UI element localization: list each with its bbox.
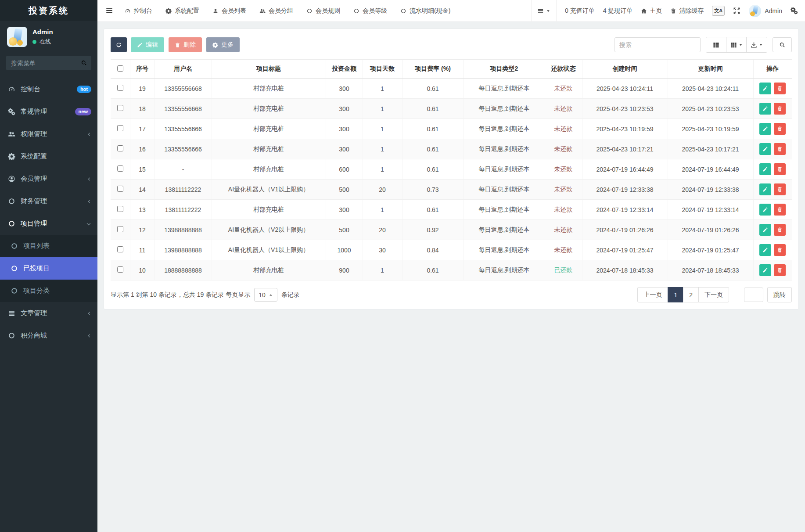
sidebar-item-article-management[interactable]: 文章管理 (0, 302, 97, 324)
row-checkbox[interactable] (117, 246, 123, 252)
sidebar-item-invested-projects[interactable]: 已投项目 (0, 257, 97, 280)
row-checkbox[interactable] (117, 105, 123, 111)
search-button[interactable] (773, 37, 792, 52)
table-row: 1018888888888村部充电桩90010.61每日返息,到期还本已还款20… (111, 260, 792, 280)
cell-user: 18888888888 (155, 260, 212, 280)
delete-row-button[interactable] (774, 204, 786, 216)
cell-actions (753, 119, 792, 139)
page-button-1[interactable]: 1 (668, 287, 683, 302)
row-checkbox[interactable] (117, 85, 123, 91)
cell-select (111, 260, 130, 280)
sidebar-item-general-management[interactable]: 常规管理new (0, 101, 97, 123)
page-jump-input[interactable] (744, 288, 763, 302)
sidebar-submenu: 项目列表已投项目项目分类 (0, 235, 97, 302)
select-all-checkbox[interactable] (117, 65, 123, 72)
delete-row-button[interactable] (774, 163, 786, 175)
sidebar-item-dashboard[interactable]: 控制台hot (0, 78, 97, 101)
row-checkbox[interactable] (117, 125, 123, 131)
edit-row-button[interactable] (759, 123, 771, 135)
prev-page-button[interactable]: 上一页 (637, 287, 668, 302)
page-size-select[interactable]: 10 (254, 288, 277, 302)
home-link[interactable]: 主页 (641, 7, 662, 15)
delete-row-button[interactable] (774, 103, 786, 115)
translate-icon[interactable]: 文A (712, 6, 725, 16)
delete-button[interactable]: 删除 (169, 37, 202, 52)
more-button[interactable]: 更多 (206, 37, 240, 52)
delete-row-button[interactable] (774, 123, 786, 135)
user-circle-icon (8, 175, 15, 183)
delete-row-button[interactable] (774, 183, 786, 195)
app-title[interactable]: 投资系统 (0, 0, 97, 21)
delete-row-button[interactable] (774, 264, 786, 276)
cell-status: 未还款 (545, 200, 582, 220)
fullscreen-icon[interactable] (733, 7, 740, 14)
edit-row-button[interactable] (759, 163, 771, 175)
clear-cache-link[interactable]: 清除缓存 (670, 7, 704, 15)
edit-row-button[interactable] (759, 143, 771, 155)
row-checkbox[interactable] (117, 226, 123, 232)
sidebar-menu: 控制台hot常规管理new权限管理系统配置会员管理财务管理项目管理项目列表已投项… (0, 78, 97, 347)
delete-row-button[interactable] (774, 244, 786, 256)
sidebar-item-finance-management[interactable]: 财务管理 (0, 190, 97, 212)
page-jump-button[interactable]: 跳转 (767, 287, 792, 302)
topnav-member-rules[interactable]: 会员规则 (306, 7, 340, 15)
topnav-member-list[interactable]: 会员列表 (212, 7, 246, 15)
withdraw-orders-link[interactable]: 4 提现订单 (603, 7, 633, 15)
cell-status: 未还款 (545, 79, 582, 99)
nav-bars-dropdown[interactable] (531, 0, 557, 22)
settings-gears-icon[interactable] (791, 7, 798, 14)
page-button-2[interactable]: 2 (683, 287, 699, 302)
sidebar-item-project-list[interactable]: 项目列表 (0, 235, 97, 257)
cell-type2: 每日返息,到期还本 (464, 220, 545, 240)
cell-updated: 2025-04-23 10:17:21 (668, 139, 753, 159)
recharge-orders-link[interactable]: 0 充值订单 (565, 7, 595, 15)
cell-rate: 0.73 (402, 180, 464, 200)
row-checkbox[interactable] (117, 206, 123, 212)
topnav-dashboard[interactable]: 控制台 (125, 7, 152, 15)
edit-row-button[interactable] (759, 244, 771, 256)
cell-status: 未还款 (545, 240, 582, 260)
row-checkbox[interactable] (117, 145, 123, 151)
edit-row-button[interactable] (759, 224, 771, 236)
export-button[interactable] (747, 37, 767, 52)
delete-row-button[interactable] (774, 83, 786, 94)
edit-row-button[interactable] (759, 264, 771, 276)
sidebar-item-project-management[interactable]: 项目管理 (0, 212, 97, 235)
tachometer-icon (8, 86, 15, 93)
topnav-member-group[interactable]: 会员分组 (259, 7, 293, 15)
refresh-button[interactable] (111, 37, 127, 52)
pencil-icon (762, 166, 768, 172)
row-checkbox[interactable] (117, 266, 123, 273)
sidebar-item-member-management[interactable]: 会员管理 (0, 168, 97, 190)
sidebar-toggle[interactable] (105, 7, 114, 15)
columns-button[interactable] (726, 37, 747, 52)
toggle-view-button[interactable] (706, 37, 726, 52)
sidebar-item-points-mall[interactable]: 积分商城 (0, 324, 97, 347)
edit-row-button[interactable] (759, 204, 771, 216)
sidebar-item-project-category[interactable]: 项目分类 (0, 280, 97, 302)
edit-row-button[interactable] (759, 83, 771, 94)
cell-status: 未还款 (545, 159, 582, 180)
next-page-button[interactable]: 下一页 (698, 287, 729, 302)
table-search-input[interactable] (615, 37, 701, 52)
cell-updated: 2024-07-19 01:26:26 (668, 220, 753, 240)
edit-row-button[interactable] (759, 183, 771, 195)
sidebar-item-system-config[interactable]: 系统配置 (0, 145, 97, 168)
delete-row-button[interactable] (774, 143, 786, 155)
topnav-system-config[interactable]: 系统配置 (165, 7, 199, 15)
edit-row-button[interactable] (759, 103, 771, 115)
sidebar-search-input[interactable] (6, 56, 91, 70)
topnav-member-level[interactable]: 会员等级 (353, 7, 387, 15)
delete-row-button[interactable] (774, 224, 786, 236)
row-checkbox[interactable] (117, 186, 123, 192)
topnav-cash-flow[interactable]: 流水明细(现金) (400, 7, 450, 15)
cell-user: 13355556666 (155, 119, 212, 139)
user-menu[interactable]: Admin (749, 5, 782, 17)
table-body: 1913355556668村部充电桩30010.61每日返息,到期还本未还款20… (111, 79, 792, 280)
edit-button[interactable]: 编辑 (131, 37, 164, 52)
row-checkbox[interactable] (117, 165, 123, 172)
cell-days: 20 (363, 180, 402, 200)
sidebar-item-permission-management[interactable]: 权限管理 (0, 123, 97, 145)
cell-title: AI量化机器人（V2以上限购） (212, 220, 326, 240)
col-ops: 操作 (753, 60, 792, 79)
